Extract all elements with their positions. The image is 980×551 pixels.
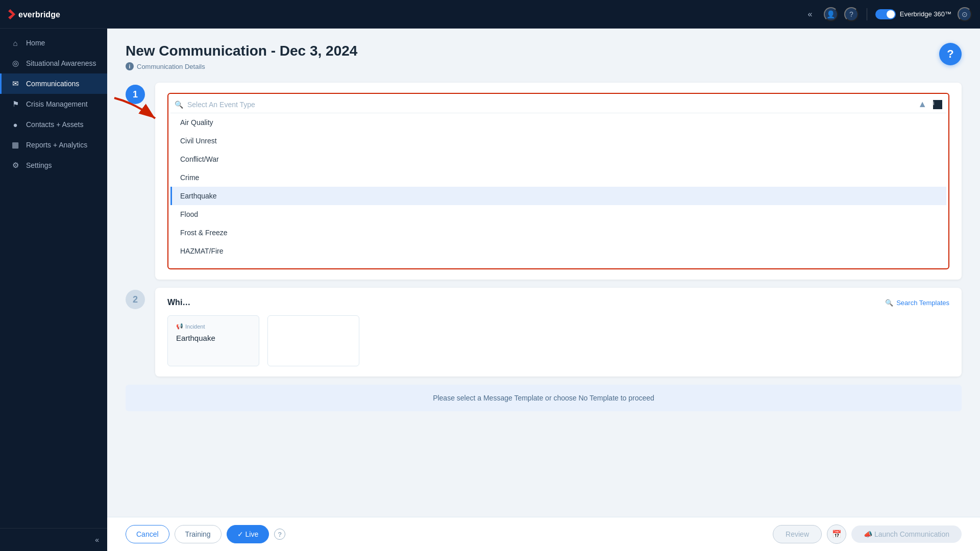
main-area: « 👤 ? Everbridge 360™ ⊙ ? New Communicat… — [107, 0, 980, 551]
dropdown-list: Air Quality Civil Unrest Conflict/War Cr… — [170, 113, 946, 266]
dropdown-item-air-quality[interactable]: Air Quality — [170, 113, 946, 132]
sidebar-item-contacts-assets[interactable]: ● Contacts + Assets — [0, 114, 107, 135]
bottom-help-button[interactable]: ? — [274, 529, 285, 540]
cancel-button[interactable]: Cancel — [126, 525, 169, 543]
topbar-circle-btn[interactable]: ⊙ — [958, 7, 972, 21]
dropdown-item-frost-freeze[interactable]: Frost & Freeze — [170, 223, 946, 242]
svg-marker-0 — [8, 9, 15, 19]
circle-icon: ⊙ — [962, 10, 968, 18]
event-type-search-input[interactable] — [187, 101, 912, 109]
situational-awareness-icon: ◎ — [11, 59, 20, 68]
logo-svg: everbridge — [8, 7, 75, 21]
template-card-empty[interactable] — [267, 315, 359, 366]
back-button[interactable]: « — [802, 7, 818, 22]
step2-circle: 2 — [126, 290, 145, 309]
help-button-topbar[interactable]: ? — [844, 7, 859, 21]
dropdown-item-crime[interactable]: Crime — [170, 168, 946, 187]
review-button[interactable]: Review — [773, 525, 822, 543]
incident-icon: 📢 — [176, 323, 183, 330]
help-floating-button[interactable]: ? — [939, 43, 962, 65]
sidebar-item-label: Settings — [26, 161, 52, 169]
topbar: « 👤 ? Everbridge 360™ ⊙ — [107, 0, 980, 29]
calendar-icon: 📅 — [832, 530, 842, 539]
dropdown-search-icon: 🔍 — [175, 101, 183, 109]
sidebar: everbridge ⌂ Home ◎ Situational Awarenes… — [0, 0, 107, 551]
dropdown-item-flood[interactable]: Flood — [170, 205, 946, 223]
incident-card-label: 📢 Incident — [176, 323, 251, 330]
dropdown-item-civil-unrest[interactable]: Civil Unrest — [170, 132, 946, 150]
sidebar-collapse-section: « — [0, 528, 107, 551]
page-subtitle: i Communication Details — [126, 62, 962, 70]
topbar-divider — [867, 8, 867, 20]
dropdown-info-icon: i — [933, 100, 942, 109]
dropdown-item-earthquake[interactable]: Earthquake — [170, 187, 946, 205]
event-type-dropdown-wrapper: 🔍 ▲ i Air Quality Civil Unrest Conflict/… — [167, 93, 949, 269]
sidebar-item-label: Crisis Management — [26, 100, 88, 108]
home-icon: ⌂ — [11, 38, 20, 47]
content-area: ? New Communication - Dec 3, 2024 i Comm… — [107, 29, 980, 517]
calendar-button[interactable]: 📅 — [827, 524, 846, 544]
settings-icon: ⚙ — [11, 161, 20, 170]
dropdown-item-conflict-war[interactable]: Conflict/War — [170, 150, 946, 168]
reports-analytics-icon: ▦ — [11, 140, 20, 149]
step2-title: Whi… — [167, 298, 190, 307]
sidebar-logo: everbridge — [0, 0, 107, 29]
search-templates-button[interactable]: 🔍 Search Templates — [885, 299, 949, 307]
step2-header: Whi… 🔍 Search Templates — [167, 298, 949, 307]
everbridge360-toggle[interactable]: Everbridge 360™ — [875, 9, 951, 19]
search-templates-label: Search Templates — [896, 299, 949, 307]
toggle-label: Everbridge 360™ — [900, 10, 951, 18]
communications-icon: ✉ — [11, 79, 20, 88]
sidebar-item-settings[interactable]: ⚙ Settings — [0, 155, 107, 176]
dropdown-item-hazmat-fire[interactable]: HAZMAT/Fire — [170, 242, 946, 260]
event-type-card: 🔍 ▲ i Air Quality Civil Unrest Conflict/… — [155, 83, 962, 280]
step2-container: 2 Whi… 🔍 Search Templates 📢 Incident — [126, 288, 962, 377]
info-notice: Please select a Message Template or choo… — [126, 385, 962, 411]
search-templates-icon: 🔍 — [885, 299, 893, 307]
dropdown-search-row: 🔍 ▲ i — [170, 96, 946, 113]
sidebar-item-label: Contacts + Assets — [26, 120, 83, 129]
template-card-incident[interactable]: 📢 Incident Earthquake — [167, 315, 259, 366]
subtitle-text: Communication Details — [137, 63, 205, 70]
bottom-bar-left: Cancel Training ✓ Live ? — [126, 525, 285, 543]
crisis-management-icon: ⚑ — [11, 99, 20, 109]
template-cards-row: 📢 Incident Earthquake — [167, 315, 949, 366]
step1-container: 1 🔍 ▲ i Air Quality Civil Unrest Conflic… — [126, 83, 962, 280]
sidebar-item-situational-awareness[interactable]: ◎ Situational Awareness — [0, 53, 107, 73]
collapse-sidebar-button[interactable]: « — [91, 534, 103, 546]
bottom-bar-right: Review 📅 📣 Launch Communication — [773, 524, 962, 544]
step2-card: Whi… 🔍 Search Templates 📢 Incident Earth… — [155, 288, 962, 377]
user-avatar-button[interactable]: 👤 — [824, 7, 838, 21]
bottom-bar: Cancel Training ✓ Live ? Review 📅 📣 Laun… — [107, 517, 980, 551]
step1-circle: 1 — [126, 85, 145, 104]
subtitle-info-icon: i — [126, 62, 134, 70]
sidebar-nav: ⌂ Home ◎ Situational Awareness ✉ Communi… — [0, 29, 107, 528]
sidebar-item-label: Home — [26, 39, 45, 47]
incident-card-value: Earthquake — [176, 334, 251, 342]
sidebar-item-label: Communications — [26, 80, 79, 88]
user-icon: 👤 — [826, 10, 835, 18]
dropdown-item-health-disease[interactable]: Health/Disease — [170, 260, 946, 266]
sidebar-item-home[interactable]: ⌂ Home — [0, 33, 107, 53]
dropdown-toggle-button[interactable]: ▲ — [916, 99, 929, 110]
training-button[interactable]: Training — [175, 525, 222, 543]
contacts-assets-icon: ● — [11, 120, 20, 129]
notice-text: Please select a Message Template or choo… — [433, 394, 654, 402]
sidebar-item-label: Reports + Analytics — [26, 141, 87, 149]
page-title: New Communication - Dec 3, 2024 — [126, 43, 962, 59]
sidebar-item-label: Situational Awareness — [26, 59, 96, 67]
toggle-switch[interactable] — [875, 9, 896, 19]
live-button[interactable]: ✓ Live — [227, 525, 270, 543]
sidebar-item-communications[interactable]: ✉ Communications — [0, 73, 107, 94]
sidebar-item-crisis-management[interactable]: ⚑ Crisis Management — [0, 94, 107, 114]
sidebar-item-reports-analytics[interactable]: ▦ Reports + Analytics — [0, 135, 107, 155]
help-icon: ? — [849, 10, 853, 18]
launch-communication-button[interactable]: 📣 Launch Communication — [851, 525, 962, 543]
svg-text:everbridge: everbridge — [18, 10, 60, 19]
